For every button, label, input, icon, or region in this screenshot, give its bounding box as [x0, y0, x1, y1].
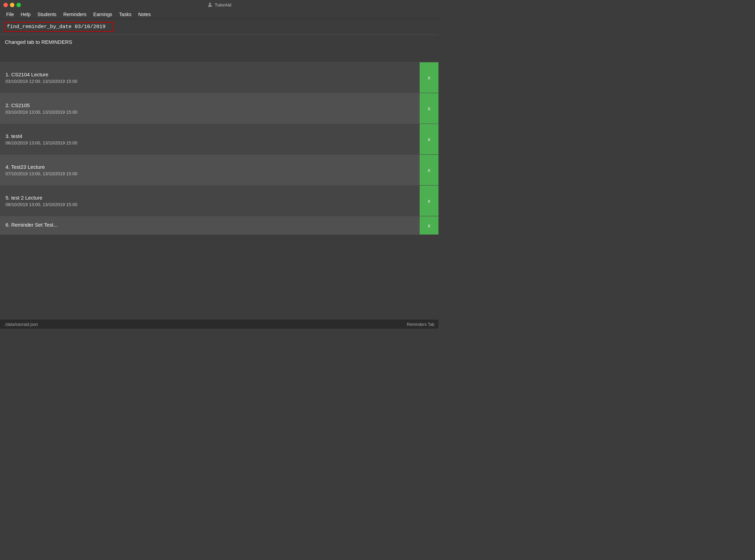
reminder-delete-button[interactable]: x: [420, 62, 438, 93]
title-bar: TutorAid: [0, 0, 438, 10]
reminder-dates: 07/10/2019 13:00, 13/10/2019 15:00: [5, 171, 414, 176]
reminder-dates: 03/10/2019 12:00, 13/10/2019 15:00: [5, 79, 414, 84]
minimize-button[interactable]: [10, 3, 14, 7]
reminder-content: 4. Test23 Lecture07/10/2019 13:00, 13/10…: [0, 155, 420, 185]
reminder-title: 5. test 2 Lecture: [5, 195, 414, 201]
results-area[interactable]: 1. CS2104 Lecture03/10/2019 12:00, 13/10…: [0, 62, 438, 320]
command-area: [0, 19, 438, 35]
reminder-item: 6. Reminder Set Test...x: [0, 216, 438, 235]
reminder-delete-button[interactable]: x: [420, 216, 438, 234]
output-area: Changed tab to REMINDERS: [0, 35, 438, 62]
reminder-delete-button[interactable]: x: [420, 124, 438, 154]
reminder-content: 3. test406/10/2019 13:00, 13/10/2019 15:…: [0, 124, 420, 154]
reminder-dates: 03/10/2019 13:00, 13/10/2019 15:00: [5, 110, 414, 115]
reminder-content: 1. CS2104 Lecture03/10/2019 12:00, 13/10…: [0, 62, 420, 93]
maximize-button[interactable]: [16, 3, 21, 7]
traffic-lights: [3, 3, 21, 7]
reminder-content: 5. test 2 Lecture08/10/2019 13:00, 13/10…: [0, 186, 420, 216]
reminder-item: 3. test406/10/2019 13:00, 13/10/2019 15:…: [0, 124, 438, 155]
reminder-dates: 08/10/2019 13:00, 13/10/2019 15:00: [5, 202, 414, 207]
reminder-delete-button[interactable]: x: [420, 186, 438, 216]
reminder-title: 2. CS2105: [5, 102, 414, 108]
close-button[interactable]: [3, 3, 8, 7]
reminder-title: 6. Reminder Set Test...: [5, 222, 414, 228]
reminder-item: 4. Test23 Lecture07/10/2019 13:00, 13/10…: [0, 155, 438, 186]
svg-point-0: [209, 3, 211, 5]
status-tab: Reminders Tab: [407, 322, 434, 327]
reminder-item: 2. CS210503/10/2019 13:00, 13/10/2019 15…: [0, 93, 438, 124]
reminder-item: 5. test 2 Lecture08/10/2019 13:00, 13/10…: [0, 186, 438, 216]
reminder-content: 2. CS210503/10/2019 13:00, 13/10/2019 15…: [0, 93, 420, 124]
reminder-title: 4. Test23 Lecture: [5, 164, 414, 170]
menu-help[interactable]: Help: [18, 11, 34, 18]
reminder-item: 1. CS2104 Lecture03/10/2019 12:00, 13/10…: [0, 62, 438, 93]
reminder-delete-button[interactable]: x: [420, 155, 438, 185]
menu-reminders[interactable]: Reminders: [61, 11, 89, 18]
menu-tasks[interactable]: Tasks: [116, 11, 134, 18]
command-input[interactable]: [4, 22, 114, 32]
window-title: TutorAid: [207, 2, 232, 8]
output-text: Changed tab to REMINDERS: [5, 39, 434, 45]
menu-notes[interactable]: Notes: [135, 11, 153, 18]
status-bar: ./data/tutoraid.json Reminders Tab: [0, 320, 438, 329]
menu-earnings[interactable]: Earnings: [90, 11, 115, 18]
reminder-dates: 06/10/2019 13:00, 13/10/2019 15:00: [5, 140, 414, 145]
reminder-delete-button[interactable]: x: [420, 93, 438, 124]
app-icon: [207, 2, 213, 8]
status-path: ./data/tutoraid.json: [4, 322, 38, 327]
reminder-title: 1. CS2104 Lecture: [5, 72, 414, 77]
reminder-title: 3. test4: [5, 133, 414, 139]
menu-file[interactable]: File: [3, 11, 17, 18]
menu-bar: File Help Students Reminders Earnings Ta…: [0, 10, 438, 19]
menu-students[interactable]: Students: [35, 11, 59, 18]
reminder-content: 6. Reminder Set Test...: [0, 216, 420, 234]
